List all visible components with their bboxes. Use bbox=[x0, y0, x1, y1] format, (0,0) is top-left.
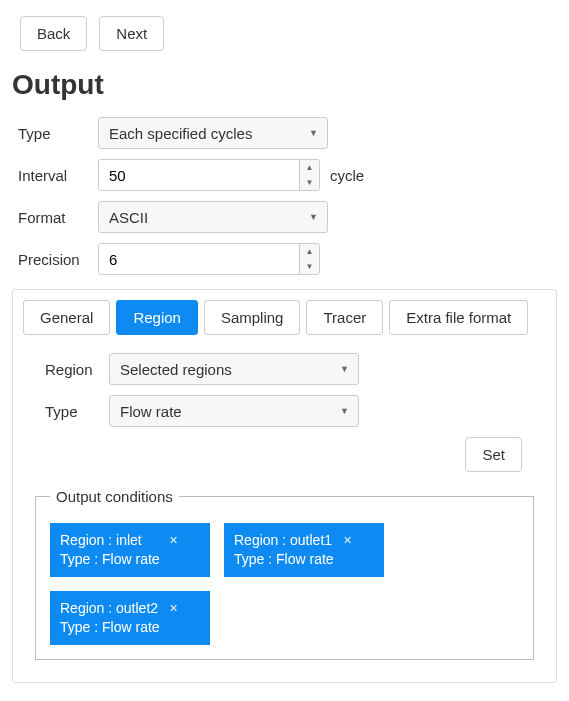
region-label: Region bbox=[27, 361, 109, 378]
interval-unit: cycle bbox=[330, 167, 364, 184]
precision-step-up[interactable]: ▲ bbox=[300, 244, 319, 259]
close-icon[interactable]: × bbox=[170, 533, 178, 547]
interval-step-down[interactable]: ▼ bbox=[300, 175, 319, 190]
chip-region-line: Region : outlet1 bbox=[234, 531, 334, 550]
tab-general[interactable]: General bbox=[23, 300, 110, 335]
chip-type-line: Type : Flow rate bbox=[60, 550, 160, 569]
region-select[interactable]: Selected regions bbox=[109, 353, 359, 385]
chip-region-line: Region : outlet2 bbox=[60, 599, 160, 618]
tab-extra-file-format[interactable]: Extra file format bbox=[389, 300, 528, 335]
chip-type-line: Type : Flow rate bbox=[234, 550, 334, 569]
next-button[interactable]: Next bbox=[99, 16, 164, 51]
format-label: Format bbox=[12, 209, 98, 226]
type-label: Type bbox=[12, 125, 98, 142]
chip-region-line: Region : inlet bbox=[60, 531, 160, 550]
tab-region[interactable]: Region bbox=[116, 300, 198, 335]
type-select[interactable]: Each specified cycles bbox=[98, 117, 328, 149]
region-type-select[interactable]: Flow rate bbox=[109, 395, 359, 427]
output-conditions-group: Output conditions Region : inletType : F… bbox=[35, 488, 534, 660]
output-condition-chip[interactable]: Region : inletType : Flow rate× bbox=[50, 523, 210, 577]
close-icon[interactable]: × bbox=[170, 601, 178, 615]
tab-sampling[interactable]: Sampling bbox=[204, 300, 301, 335]
interval-input[interactable] bbox=[99, 160, 299, 190]
page-title: Output bbox=[12, 69, 557, 101]
back-button[interactable]: Back bbox=[20, 16, 87, 51]
region-type-label: Type bbox=[27, 403, 109, 420]
precision-label: Precision bbox=[12, 251, 98, 268]
precision-input[interactable] bbox=[99, 244, 299, 274]
output-condition-chip[interactable]: Region : outlet2Type : Flow rate× bbox=[50, 591, 210, 645]
output-panel: General Region Sampling Tracer Extra fil… bbox=[12, 289, 557, 683]
interval-step-up[interactable]: ▲ bbox=[300, 160, 319, 175]
tab-tracer[interactable]: Tracer bbox=[306, 300, 383, 335]
chip-type-line: Type : Flow rate bbox=[60, 618, 160, 637]
set-button[interactable]: Set bbox=[465, 437, 522, 472]
close-icon[interactable]: × bbox=[344, 533, 352, 547]
precision-step-down[interactable]: ▼ bbox=[300, 259, 319, 274]
interval-label: Interval bbox=[12, 167, 98, 184]
output-condition-chip[interactable]: Region : outlet1Type : Flow rate× bbox=[224, 523, 384, 577]
format-select[interactable]: ASCII bbox=[98, 201, 328, 233]
output-conditions-legend: Output conditions bbox=[50, 488, 179, 505]
